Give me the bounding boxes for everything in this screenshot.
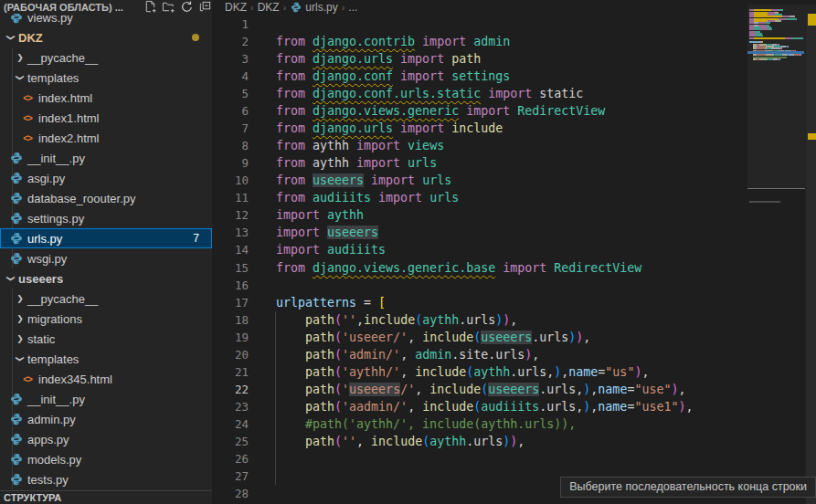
code-line-12[interactable]: import aythh <box>276 206 364 224</box>
code-token: "use1" <box>634 400 678 414</box>
code-line-3[interactable]: from django.urls import path <box>276 50 481 68</box>
tree-item-useeers[interactable]: ❯useeers <box>0 268 212 289</box>
line-number[interactable]: 5 <box>212 85 249 102</box>
code-token: ( <box>334 400 342 414</box>
code-line-20[interactable]: path('admin/', admin.site.urls), <box>276 346 539 363</box>
line-number[interactable]: 3 <box>212 50 249 68</box>
code-token: [ <box>378 296 386 310</box>
line-number[interactable]: 27 <box>212 467 249 485</box>
code-line-14[interactable]: import audiiits <box>276 241 386 258</box>
line-number[interactable]: 17 <box>212 294 249 311</box>
tree-item-settings-py[interactable]: settings.py <box>0 208 212 228</box>
line-number[interactable]: 6 <box>212 102 249 120</box>
code-line-13[interactable]: import useeers <box>276 224 378 241</box>
line-number[interactable]: 18 <box>212 311 249 329</box>
code-line-22[interactable]: path('useeers/', include(useeers.urls,),… <box>276 381 685 398</box>
code-line-18[interactable]: path('',include(aythh.urls)), <box>276 311 517 329</box>
overview-ruler[interactable] <box>805 15 816 504</box>
line-number[interactable]: 28 <box>212 485 249 502</box>
tree-item--pycache-[interactable]: ❯__pycache__ <box>0 289 212 309</box>
tree-item-templates[interactable]: ❯templates <box>0 68 212 88</box>
refresh-explorer-icon[interactable] <box>180 0 194 14</box>
problems-count-badge: 7 <box>193 232 199 245</box>
tree-item-dkz[interactable]: ❯DKZ <box>0 27 212 47</box>
new-file-icon[interactable] <box>143 0 157 14</box>
tree-item-static[interactable]: ❯static <box>0 329 212 349</box>
code-token: django.views.generic.base <box>313 261 495 275</box>
new-folder-icon[interactable] <box>162 0 175 14</box>
line-number[interactable]: 25 <box>212 433 249 450</box>
code-line-19[interactable]: path('useeer/', include(useeers.urls)), <box>276 329 590 346</box>
tree-item-index-html[interactable]: <>index.html <box>0 88 212 108</box>
code-lines[interactable]: from django.contrib import adminfrom dja… <box>276 0 747 504</box>
code-token: useeers <box>481 331 532 344</box>
python-file-icon <box>9 172 24 184</box>
code-line-4[interactable]: from django.conf import settings <box>276 68 510 85</box>
tree-item-admin-py[interactable]: admin.py <box>0 409 212 429</box>
code-line-8[interactable]: from aythh import views <box>276 137 444 154</box>
workspace-title: (РАБОЧАЯ ОБЛАСТЬ) ... <box>4 2 123 13</box>
line-number[interactable]: 21 <box>212 363 249 381</box>
code-line-24[interactable]: #path('aythh/', include(aythh.urls)), <box>276 415 576 433</box>
outline-section-header[interactable]: СТРУКТУРА <box>0 490 212 504</box>
line-number[interactable]: 4 <box>212 68 249 85</box>
minimap[interactable] <box>749 7 804 217</box>
tree-item-models-py[interactable]: models.py <box>0 449 212 469</box>
code-line-11[interactable]: from audiiits import urls <box>276 189 459 206</box>
line-number[interactable]: 19 <box>212 329 249 346</box>
tree-item-asgi-py[interactable]: asgi.py <box>0 168 212 188</box>
explorer-section-header[interactable]: (РАБОЧАЯ ОБЛАСТЬ) ... <box>0 0 212 14</box>
explorer-sidebar: views.py❯DKZ❯__pycache__❯templates<>inde… <box>0 0 212 504</box>
tree-item-database-roouter-py[interactable]: database_roouter.py <box>0 188 212 208</box>
code-token: , <box>532 348 539 362</box>
code-line-23[interactable]: path('aadmin/', include(audiiits.urls,),… <box>276 398 693 415</box>
code-line-7[interactable]: from django.urls import include <box>276 120 503 137</box>
tree-item-index1-html[interactable]: <>index1.html <box>0 108 212 128</box>
line-number[interactable]: 10 <box>212 172 249 189</box>
tree-item-urls-py[interactable]: urls.py7 <box>0 228 212 248</box>
tree-item-tests-py[interactable]: tests.py <box>0 469 212 489</box>
code-line-17[interactable]: urlpatterns = [ <box>276 294 386 311</box>
code-line-15[interactable]: from django.views.generic.base import Re… <box>276 259 641 277</box>
line-number[interactable]: 24 <box>212 415 249 433</box>
collapse-folders-icon[interactable] <box>198 0 212 14</box>
tree-item--pycache-[interactable]: ❯__pycache__ <box>0 47 212 68</box>
tree-item-index2-html[interactable]: <>index2.html <box>0 128 212 148</box>
line-number[interactable]: 23 <box>212 398 249 415</box>
code-line-21[interactable]: path('aythh/', include(aythh.urls,),name… <box>276 363 649 381</box>
code-line-10[interactable]: from useeers import urls <box>276 172 451 189</box>
python-file-icon <box>9 232 24 245</box>
line-number[interactable]: 9 <box>212 154 249 172</box>
line-number[interactable]: 20 <box>212 346 249 363</box>
code-token: aythh <box>429 435 466 448</box>
tree-item--init-py[interactable]: __init__.py <box>0 389 212 409</box>
code-line-5[interactable]: from django.conf.urls.static import stat… <box>276 85 583 102</box>
tree-item-templates[interactable]: ❯templates <box>0 349 212 369</box>
line-number[interactable]: 15 <box>212 259 249 277</box>
line-number[interactable]: 26 <box>212 450 249 467</box>
code-token: import <box>276 208 327 222</box>
code-line-2[interactable]: from django.contrib import admin <box>276 33 510 50</box>
line-number[interactable]: 8 <box>212 137 249 154</box>
tree-item-migrations[interactable]: ❯migrations <box>0 309 212 329</box>
tree-item--init-py[interactable]: __init__.py <box>0 148 212 168</box>
tree-item-label: asgi.py <box>27 172 65 185</box>
code-line-6[interactable]: from django.views.generic import Redirec… <box>276 102 605 120</box>
line-number[interactable]: 16 <box>212 277 249 294</box>
line-number[interactable]: 13 <box>212 224 249 241</box>
line-number[interactable]: 12 <box>212 206 249 224</box>
line-number[interactable]: 22 <box>212 381 249 398</box>
python-file-icon <box>9 473 24 486</box>
tree-item-apps-py[interactable]: apps.py <box>0 429 212 449</box>
line-number[interactable]: 1 <box>212 16 249 33</box>
line-number[interactable]: 14 <box>212 241 249 258</box>
code-token: from <box>276 139 313 152</box>
tree-item-wsgi-py[interactable]: wsgi.py <box>0 248 212 268</box>
line-number[interactable]: 7 <box>212 120 249 137</box>
code-line-25[interactable]: path('', include(aythh.urls)), <box>276 433 525 450</box>
tree-item-index345-html[interactable]: <>index345.html <box>0 369 212 389</box>
code-line-9[interactable]: from aythh import urls <box>276 154 437 172</box>
python-file-icon <box>9 212 24 225</box>
line-number[interactable]: 11 <box>212 189 249 206</box>
line-number[interactable]: 2 <box>212 33 249 50</box>
